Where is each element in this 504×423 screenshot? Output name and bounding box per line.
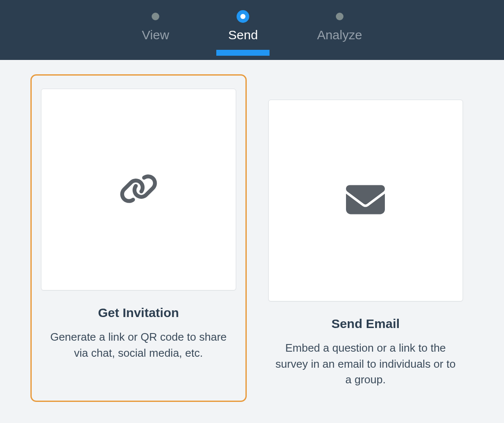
tab-dot-icon [152,13,159,20]
card-get-invitation[interactable]: Get Invitation Generate a link or QR cod… [30,74,247,402]
card-title: Get Invitation [98,306,179,320]
tab-view[interactable]: View [142,13,169,42]
card-icon-box [41,89,236,290]
tab-analyze[interactable]: Analyze [317,13,362,42]
tab-underline [216,50,270,56]
tab-label: View [142,28,169,42]
content-area: Get Invitation Generate a link or QR cod… [0,60,504,416]
tab-dot-icon [336,13,343,20]
link-icon [119,169,158,210]
envelope-icon [346,180,385,221]
tab-send[interactable]: Send [228,13,258,42]
tab-label: Send [228,28,258,42]
card-description: Generate a link or QR code to share via … [41,329,236,361]
nav-tabs: View Send Analyze [142,13,362,42]
card-title: Send Email [331,317,400,331]
top-navigation: View Send Analyze [0,0,504,60]
card-icon-box [268,100,463,301]
tab-label: Analyze [317,28,362,42]
card-send-email[interactable]: Send Email Embed a question or a link to… [258,74,474,402]
card-description: Embed a question or a link to the survey… [268,340,463,388]
tab-dot-active-icon [237,10,249,23]
